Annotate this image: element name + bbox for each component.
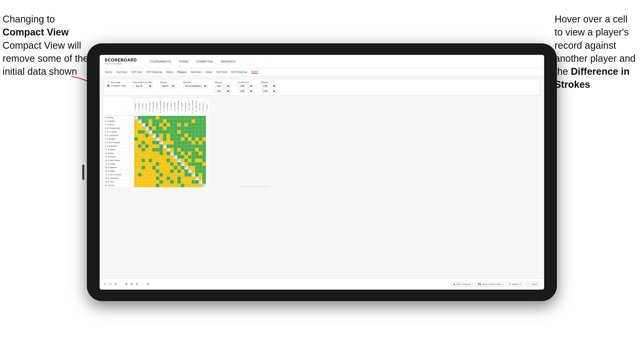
grid-cell-13-21[interactable] — [206, 159, 209, 162]
grid-cell-16-17[interactable] — [192, 169, 195, 173]
grid-cell-4-2[interactable] — [138, 127, 142, 130]
grid-cell-4-4[interactable] — [145, 127, 149, 130]
grid-cell-16-9[interactable] — [163, 169, 167, 173]
grid-cell-16-8[interactable] — [159, 169, 163, 173]
grid-cell-5-2[interactable] — [138, 130, 142, 134]
grid-cell-13-7[interactable] — [156, 159, 159, 162]
grid-cell-1-14[interactable] — [181, 116, 184, 119]
grid-cell-17-9[interactable] — [163, 173, 167, 177]
grid-cell-4-15[interactable] — [184, 127, 188, 130]
grid-cell-20-18[interactable] — [195, 184, 199, 187]
grid-cell-14-11[interactable] — [170, 162, 174, 166]
grid-cell-4-11[interactable] — [170, 127, 174, 130]
grid-cell-2-6[interactable] — [152, 119, 156, 123]
grid-cell-14-19[interactable] — [199, 162, 202, 166]
grid-cell-14-3[interactable] — [142, 162, 145, 166]
grid-cell-1-4[interactable] — [145, 116, 149, 119]
grid-cell-19-19[interactable] — [199, 180, 202, 184]
grid-cell-15-18[interactable] — [195, 166, 199, 169]
sub-nav-h2h-heatmap[interactable]: H2H Heatmap — [146, 71, 162, 73]
grid-cell-14-5[interactable] — [149, 162, 152, 166]
grid-cell-7-18[interactable] — [195, 137, 199, 141]
grid-cell-13-13[interactable] — [177, 159, 181, 162]
grid-cell-2-18[interactable] — [195, 119, 199, 123]
grid-cell-13-19[interactable] — [199, 159, 202, 162]
sub-nav-detail[interactable]: Detail — [206, 71, 212, 73]
grid-cell-18-20[interactable] — [202, 177, 206, 180]
grid-cell-9-5[interactable] — [149, 144, 152, 148]
sub-nav-h2h-heatmap2[interactable]: H2H Heatmap — [231, 71, 247, 73]
grid-cell-8-16[interactable] — [188, 141, 192, 144]
grid-cell-9-17[interactable] — [192, 144, 195, 148]
grid-cell-9-6[interactable] — [152, 144, 156, 148]
grid-cell-17-13[interactable] — [177, 173, 181, 177]
grid-cell-11-10[interactable] — [167, 152, 170, 155]
grid-cell-3-15[interactable] — [184, 123, 188, 127]
grid-cell-14-13[interactable] — [177, 162, 181, 166]
grid-cell-16-11[interactable] — [170, 169, 174, 173]
grid-cell-20-12[interactable] — [174, 184, 177, 187]
grid-cell-3-18[interactable] — [195, 123, 199, 127]
grid-cell-7-2[interactable] — [138, 137, 142, 141]
grid-cell-14-2[interactable] — [138, 162, 142, 166]
grid-cell-12-12[interactable] — [174, 155, 177, 159]
grid-cell-14-20[interactable] — [202, 162, 206, 166]
grid-cell-9-10[interactable] — [167, 144, 170, 148]
grid-cell-13-1[interactable] — [134, 159, 138, 162]
grid-cell-10-7[interactable] — [156, 148, 159, 152]
grid-cell-2-12[interactable] — [174, 119, 177, 123]
grid-cell-1-6[interactable] — [152, 116, 156, 119]
grid-cell-7-5[interactable] — [149, 137, 152, 141]
grid-cell-5-11[interactable] — [170, 130, 174, 134]
full-view-option[interactable]: Full View — [107, 81, 126, 84]
grid-cell-6-4[interactable] — [145, 134, 149, 137]
grid-cell-8-11[interactable] — [170, 141, 174, 144]
sub-nav-h2h-grid[interactable]: H2H Grid — [131, 71, 142, 73]
grid-cell-18-4[interactable] — [145, 177, 149, 180]
grid-cell-9-12[interactable] — [174, 144, 177, 148]
grid-cell-9-2[interactable] — [138, 144, 142, 148]
grid-cell-12-20[interactable] — [202, 155, 206, 159]
grid-cell-11-16[interactable] — [188, 152, 192, 155]
grid-cell-8-9[interactable] — [163, 141, 167, 144]
share-button[interactable]: ⬡ Share — [526, 282, 540, 287]
compact-view-radio[interactable] — [107, 84, 110, 87]
grid-cell-6-8[interactable] — [159, 134, 163, 137]
grid-cell-20-9[interactable] — [163, 184, 167, 187]
grid-cell-12-9[interactable] — [163, 155, 167, 159]
grid-cell-11-14[interactable] — [181, 152, 184, 155]
grid-cell-19-3[interactable] — [142, 180, 145, 184]
grid-cell-1-3[interactable] — [142, 116, 145, 119]
grid-cell-20-15[interactable] — [184, 184, 188, 187]
grid-cell-2-11[interactable] — [170, 119, 174, 123]
grid-cell-15-5[interactable] — [149, 166, 152, 169]
grid-cell-19-9[interactable] — [163, 180, 167, 184]
grid-cell-11-20[interactable] — [202, 152, 206, 155]
grid-cell-10-8[interactable] — [159, 148, 163, 152]
grid-cell-16-21[interactable] — [206, 169, 209, 173]
grid-cell-11-12[interactable] — [174, 152, 177, 155]
grid-cell-1-10[interactable] — [167, 116, 170, 119]
grid-cell-7-1[interactable] — [134, 137, 138, 141]
grid-cell-12-15[interactable] — [184, 155, 188, 159]
grid-cell-10-13[interactable] — [177, 148, 181, 152]
grid-cell-6-11[interactable] — [170, 134, 174, 137]
grid-cell-16-5[interactable] — [149, 169, 152, 173]
grid-cell-3-17[interactable] — [192, 123, 195, 127]
grid-cell-9-1[interactable] — [134, 144, 138, 148]
grid-cell-10-10[interactable] — [167, 148, 170, 152]
grid-cell-7-6[interactable] — [152, 137, 156, 141]
grid-cell-14-4[interactable] — [145, 162, 149, 166]
grid-cell-5-21[interactable] — [206, 130, 209, 134]
grid-cell-17-12[interactable] — [174, 173, 177, 177]
grid-cell-19-20[interactable] — [202, 180, 206, 184]
grid-cell-4-5[interactable] — [149, 127, 152, 130]
grid-cell-2-7[interactable] — [156, 119, 159, 123]
grid-cell-20-21[interactable] — [206, 184, 209, 187]
sub-nav-h2h-grid2[interactable]: H2H Grid — [216, 71, 227, 73]
grid-cell-13-4[interactable] — [145, 159, 149, 162]
grid-cell-5-19[interactable] — [199, 130, 202, 134]
grid-cell-9-14[interactable] — [181, 144, 184, 148]
grid-cell-18-16[interactable] — [188, 177, 192, 180]
grid-cell-6-12[interactable] — [174, 134, 177, 137]
